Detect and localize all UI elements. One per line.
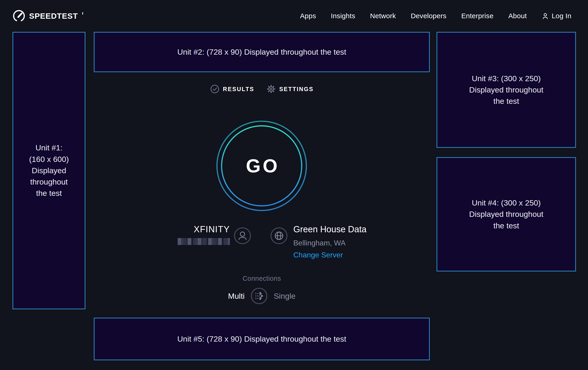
connections-toggle-row: Multi Single	[94, 287, 430, 305]
nav-item-network[interactable]: Network	[370, 12, 396, 20]
connections-label: Connections	[94, 275, 430, 282]
ad-unit-4[interactable]: Unit #4: (300 x 250) Displayed throughou…	[437, 157, 576, 271]
speedtest-gauge-icon	[12, 10, 25, 22]
ad-unit-3[interactable]: Unit #3: (300 x 250) Displayed throughou…	[437, 32, 576, 148]
isp-ip-redacted	[178, 238, 230, 245]
ad-unit-2-text: Unit #2: (728 x 90) Displayed throughout…	[177, 46, 346, 58]
ad-unit-1[interactable]: Unit #1: (160 x 600) Displayed throughou…	[12, 32, 85, 309]
ad-unit-1-text: Unit #1: (160 x 600) Displayed throughou…	[28, 142, 70, 199]
logo-text: SPEEDTEST	[29, 11, 78, 20]
tab-results[interactable]: RESULTS	[210, 84, 254, 94]
tab-settings[interactable]: SETTINGS	[266, 84, 314, 94]
go-button[interactable]: GO	[216, 121, 307, 211]
top-nav-bar: SPEEDTEST Apps Insights Network Develope…	[0, 0, 588, 32]
speedtest-logo[interactable]: SPEEDTEST	[12, 10, 83, 22]
main-nav: Apps Insights Network Developers Enterpr…	[300, 12, 571, 20]
server-name: Green House Data	[293, 224, 367, 234]
connections-toggle-button[interactable]	[251, 287, 268, 304]
ad-unit-5[interactable]: Unit #5: (728 x 90) Displayed throughout…	[94, 318, 430, 360]
ad-unit-3-text: Unit #3: (300 x 250) Displayed throughou…	[466, 73, 547, 107]
isp-info: XFINITY	[178, 224, 230, 245]
ad-unit-2[interactable]: Unit #2: (728 x 90) Displayed throughout…	[94, 32, 430, 72]
user-icon	[542, 12, 549, 20]
nav-item-apps[interactable]: Apps	[300, 12, 316, 20]
isp-name: XFINITY	[178, 224, 230, 234]
login-button[interactable]: Log In	[542, 12, 571, 20]
change-server-link[interactable]: Change Server	[293, 250, 343, 259]
tab-settings-label: SETTINGS	[279, 86, 314, 92]
trademark-mark	[82, 12, 83, 15]
multi-connection-arrows-icon	[251, 287, 268, 304]
ad-unit-4-text: Unit #4: (300 x 250) Displayed throughou…	[466, 197, 547, 231]
server-globe-icon	[271, 227, 288, 244]
nav-item-about[interactable]: About	[508, 12, 527, 20]
connections-mode-multi[interactable]: Multi	[228, 291, 245, 300]
speedtest-page: SPEEDTEST Apps Insights Network Develope…	[0, 0, 588, 370]
server-info: Green House Data Bellingham, WA Change S…	[293, 224, 367, 259]
nav-item-insights[interactable]: Insights	[331, 12, 355, 20]
view-tabs: RESULTS SETTINGS	[94, 83, 430, 95]
connections-mode-single[interactable]: Single	[274, 291, 296, 300]
go-button-label: GO	[216, 121, 307, 211]
nav-item-developers[interactable]: Developers	[411, 12, 446, 20]
check-circle-icon	[210, 84, 220, 94]
gear-icon	[266, 84, 276, 94]
login-label: Log In	[552, 12, 571, 20]
tab-results-label: RESULTS	[223, 86, 254, 92]
server-location: Bellingham, WA	[293, 239, 367, 247]
nav-item-enterprise[interactable]: Enterprise	[461, 12, 494, 20]
isp-user-icon	[234, 227, 251, 244]
ad-unit-5-text: Unit #5: (728 x 90) Displayed throughout…	[177, 333, 346, 345]
